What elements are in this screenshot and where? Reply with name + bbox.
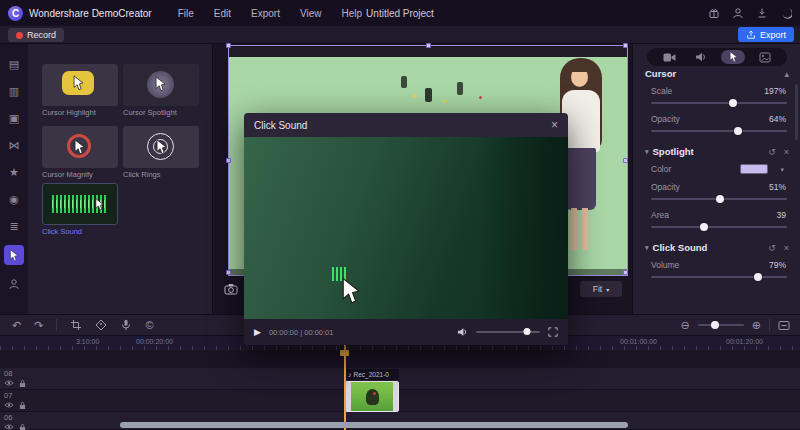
- color-swatch[interactable]: [740, 164, 768, 174]
- spotlight-opacity-slider[interactable]: [651, 198, 787, 200]
- user-icon[interactable]: [731, 7, 744, 20]
- selection-handle[interactable]: [426, 43, 431, 48]
- spotlight-opacity-knob[interactable]: [716, 195, 724, 203]
- selection-handle[interactable]: [623, 270, 628, 275]
- scale-slider[interactable]: [651, 102, 787, 104]
- volume-label: Volume: [651, 260, 679, 270]
- export-button[interactable]: Export: [738, 27, 794, 42]
- eye-icon[interactable]: [4, 379, 14, 388]
- mixer-icon[interactable]: ≣: [5, 218, 23, 234]
- thumb-cursor-highlight[interactable]: [42, 64, 118, 106]
- volume-slider[interactable]: [651, 276, 787, 278]
- mic-icon[interactable]: [120, 319, 132, 331]
- ruler-label: 3:10:00: [76, 338, 99, 345]
- presenter-leg: [571, 208, 577, 250]
- chevron-down-icon[interactable]: ▾: [780, 166, 784, 174]
- transition-icon[interactable]: ⋈: [5, 137, 23, 153]
- remove-icon[interactable]: ×: [784, 147, 789, 157]
- undo-icon[interactable]: ↶: [12, 319, 21, 332]
- copyright-icon[interactable]: ©: [145, 319, 153, 331]
- timeline-zoom-slider[interactable]: [698, 324, 744, 326]
- play-icon[interactable]: ▶: [254, 327, 261, 337]
- dialog-video-preview[interactable]: [244, 137, 568, 319]
- click-sound-dialog: Click Sound × ▶ 00:00:00 | 00:00:01: [244, 113, 568, 345]
- gift-icon[interactable]: [707, 7, 720, 20]
- menu-edit[interactable]: Edit: [214, 8, 231, 19]
- snapshot-camera-icon[interactable]: [224, 283, 238, 295]
- fit-timeline-icon[interactable]: [778, 320, 790, 331]
- redo-icon[interactable]: ↷: [34, 319, 43, 332]
- tab-cursor-icon[interactable]: [721, 50, 745, 64]
- volume-slider-knob[interactable]: [754, 273, 762, 281]
- thumb-click-sound[interactable]: [42, 183, 118, 225]
- fullscreen-icon[interactable]: [548, 327, 558, 337]
- zoom-in-icon[interactable]: ⊕: [752, 319, 761, 332]
- section-click-sound[interactable]: ▾ Click Sound ↺ ×: [645, 242, 789, 253]
- track-row[interactable]: 08: [0, 368, 800, 390]
- lock-icon[interactable]: [19, 401, 26, 410]
- record-button[interactable]: Record: [8, 28, 64, 42]
- dialog-volume-knob[interactable]: [524, 328, 531, 335]
- trim-handle-right[interactable]: [393, 382, 398, 411]
- color-label: Color: [651, 164, 671, 174]
- trim-handle-left[interactable]: [346, 382, 351, 411]
- fit-dropdown[interactable]: Fit ▾: [580, 281, 622, 297]
- timeline-scrollbar[interactable]: [120, 422, 628, 428]
- eye-icon[interactable]: [4, 423, 14, 430]
- theme-icon[interactable]: [779, 7, 792, 20]
- lock-icon[interactable]: [19, 423, 26, 430]
- section-cursor[interactable]: Cursor ▴: [645, 68, 789, 79]
- menu-export[interactable]: Export: [251, 8, 280, 19]
- reset-icon[interactable]: ↺: [768, 243, 776, 253]
- cursor-effects-icon[interactable]: [4, 245, 24, 265]
- zoom-out-icon[interactable]: ⊖: [681, 319, 690, 332]
- area-slider[interactable]: [651, 226, 787, 228]
- selection-handle[interactable]: [226, 270, 231, 275]
- dialog-volume-slider[interactable]: [476, 331, 540, 333]
- lock-icon[interactable]: [19, 379, 26, 388]
- marker-icon[interactable]: [95, 319, 107, 331]
- cursor-opacity-slider[interactable]: [651, 130, 787, 132]
- sticker-icon[interactable]: ◉: [5, 191, 23, 207]
- captions-icon[interactable]: ▥: [5, 83, 23, 99]
- tab-canvas-icon[interactable]: [753, 50, 777, 64]
- panel-scrollbar[interactable]: [795, 84, 798, 140]
- collapse-icon[interactable]: ▴: [784, 69, 789, 79]
- eye-icon[interactable]: [4, 401, 14, 410]
- reset-icon[interactable]: ↺: [768, 147, 776, 157]
- selection-handle[interactable]: [623, 158, 628, 163]
- clip-label: ♪ Rec_2021-0: [345, 369, 399, 380]
- selection-handle[interactable]: [226, 43, 231, 48]
- crop-icon[interactable]: [70, 319, 82, 331]
- selection-handle[interactable]: [226, 158, 231, 163]
- zoom-knob[interactable]: [711, 321, 719, 329]
- scale-slider-knob[interactable]: [729, 99, 737, 107]
- music-note-icon: ♪: [348, 371, 352, 378]
- thumb-click-rings[interactable]: [123, 126, 199, 168]
- image-icon[interactable]: ▣: [5, 110, 23, 126]
- area-slider-knob[interactable]: [700, 223, 708, 231]
- cursor-arrow-icon: [155, 76, 166, 92]
- avatar-icon[interactable]: [5, 276, 23, 292]
- remove-icon[interactable]: ×: [784, 243, 789, 253]
- menu-file[interactable]: File: [178, 8, 194, 19]
- thumb-cursor-spotlight[interactable]: [123, 64, 199, 106]
- tab-audio-icon[interactable]: [689, 50, 713, 64]
- volume-icon[interactable]: [457, 327, 468, 337]
- close-icon[interactable]: ×: [551, 119, 558, 131]
- playhead-handle[interactable]: [340, 350, 349, 356]
- clip-thumbnail: [345, 381, 399, 412]
- media-icon[interactable]: ▤: [5, 56, 23, 72]
- selection-handle[interactable]: [623, 43, 628, 48]
- effects-icon[interactable]: ★: [5, 164, 23, 180]
- upload-icon: [746, 29, 756, 40]
- tab-video-icon[interactable]: [657, 50, 681, 64]
- background-dot: [413, 94, 417, 98]
- cursor-opacity-knob[interactable]: [734, 127, 742, 135]
- thumb-cursor-magnify[interactable]: [42, 126, 118, 168]
- dialog-header[interactable]: Click Sound ×: [244, 113, 568, 137]
- section-spotlight[interactable]: ▾ Spotlight ↺ ×: [645, 146, 789, 157]
- timeline-clip[interactable]: ♪ Rec_2021-0: [345, 369, 399, 413]
- download-icon[interactable]: [755, 7, 768, 20]
- track-row[interactable]: 07: [0, 390, 800, 412]
